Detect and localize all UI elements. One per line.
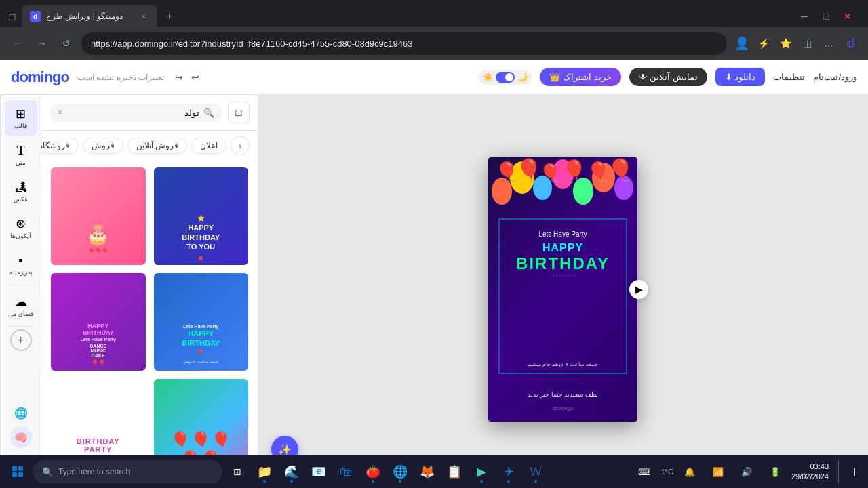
sidebar-tool-template[interactable]: ⊞ قالب bbox=[5, 100, 37, 136]
battery-icon[interactable]: 🔋 bbox=[763, 460, 787, 484]
canvas-party-text: Lets Have Party bbox=[488, 230, 637, 238]
extension-icon[interactable]: ⚡ bbox=[754, 34, 773, 53]
myspace-icon: ☁ bbox=[15, 294, 27, 309]
add-element-btn[interactable]: + bbox=[10, 329, 32, 351]
taskbar-outlook[interactable]: 📧 bbox=[307, 460, 331, 484]
undo-redo-group: ↩ ↪ bbox=[172, 69, 202, 85]
sidebar-tool-icons[interactable]: ⊛ آیکون‌ها bbox=[5, 210, 37, 245]
theme-toggle[interactable]: 🌙 ☀️ bbox=[479, 70, 532, 85]
app-running-indicator-word bbox=[534, 480, 537, 483]
taskbar-word[interactable]: W bbox=[524, 460, 548, 484]
icons-icon: ⊛ bbox=[16, 216, 26, 231]
minimize-btn[interactable]: ◻ bbox=[5, 7, 19, 26]
sidebar-tool-myspace[interactable]: ☁ فضای من bbox=[5, 288, 37, 323]
browser-actions: 👤 ⚡ ⭐ ◫ … 𝕕 bbox=[732, 34, 860, 53]
background-icon: ▪ bbox=[18, 253, 22, 268]
template-card-2[interactable]: ⭐ HAPPYBIRTHDAYTO YOU 🎈 👑 bbox=[153, 166, 250, 266]
taskbar-search-placeholder: Type here to search bbox=[58, 467, 130, 476]
filter-button[interactable]: ⊟ bbox=[228, 102, 250, 123]
taskbar-store[interactable]: 🛍 bbox=[334, 460, 358, 484]
tab-title-text: دومینگو | ویرایش طرح bbox=[46, 12, 133, 21]
app-logo: domingo bbox=[11, 68, 69, 86]
nav-bar: ← → ↺ https://app.domingo.ir/editor?indu… bbox=[0, 27, 868, 60]
icons-label: آیکون‌ها bbox=[10, 232, 31, 239]
taskbar-clock[interactable]: 03:43 29/02/2024 bbox=[791, 462, 834, 483]
task-view-btn[interactable]: ⊞ bbox=[225, 460, 250, 484]
keyboard-icon[interactable]: ⌨ bbox=[632, 460, 656, 484]
category-tab-store[interactable]: فروشگاه bbox=[41, 138, 79, 154]
toggle-knob[interactable] bbox=[496, 72, 515, 83]
online-show-button[interactable]: نمایش آنلاین 👁 bbox=[629, 68, 707, 86]
window-close-btn[interactable]: ✕ bbox=[838, 7, 857, 26]
category-tab-ads[interactable]: اعلان bbox=[191, 138, 226, 154]
address-bar[interactable]: https://app.domingo.ir/editor?industryId… bbox=[81, 32, 727, 55]
template-card-1[interactable]: 🎂 🎈🎈🎈 👑 bbox=[50, 166, 147, 266]
new-tab-btn[interactable]: + bbox=[160, 7, 179, 26]
settings-button[interactable]: تنظیمات bbox=[773, 72, 805, 82]
panel-toggle-arrow[interactable]: ▶ bbox=[629, 280, 648, 299]
back-btn[interactable]: ← bbox=[8, 34, 27, 53]
active-tab[interactable]: d دومینگو | ویرایش طرح × bbox=[22, 5, 157, 27]
browser-menu-btn[interactable]: … bbox=[819, 34, 838, 53]
start-button[interactable] bbox=[5, 460, 30, 484]
taskbar-edge-browser[interactable]: 🌊 bbox=[279, 460, 304, 484]
category-tab-sell[interactable]: فروش bbox=[83, 138, 123, 154]
save-notice: تغییرات ذخیره نشده است bbox=[77, 73, 164, 82]
canvas-subtitle: جمعه ساعت ۷ دوهم جام میشیم bbox=[488, 361, 637, 367]
login-button[interactable]: ورود/ثبت‌نام bbox=[813, 72, 857, 82]
undo-btn[interactable]: ↩ bbox=[189, 69, 202, 85]
redo-btn[interactable]: ↪ bbox=[172, 69, 186, 85]
taskbar-search-icon: 🔍 bbox=[42, 467, 53, 477]
notification-center-btn[interactable]: 🔔 bbox=[677, 460, 702, 484]
taskbar-pomodoro[interactable]: 🍅 bbox=[361, 460, 385, 484]
far-right-sidebar: ⊞ قالب T متن 🏞 عکس ⊛ آیکون‌ها ▪ پس‌زمینه… bbox=[0, 95, 41, 483]
app-running-indicator-chrome bbox=[399, 480, 401, 483]
taskbar: 🔍 Type here to search ⊞ 📁 🌊 📧 🛍 🍅 🌐 🦊 📋 … bbox=[0, 455, 868, 488]
ai-tool-btn[interactable]: 🧠 bbox=[10, 426, 32, 448]
taskbar-browser2[interactable]: 🦊 bbox=[415, 460, 439, 484]
category-tab-online-shop[interactable]: فروش آنلاین bbox=[127, 138, 187, 154]
translate-icon-btn[interactable]: 🌐 bbox=[10, 402, 32, 424]
show-desktop-btn[interactable]: ▕ bbox=[838, 460, 863, 484]
window-minimize-btn[interactable]: ─ bbox=[795, 7, 814, 26]
taskbar-trello[interactable]: 📋 bbox=[442, 460, 467, 484]
collections-icon[interactable]: ◫ bbox=[797, 34, 816, 53]
template-search-input[interactable] bbox=[66, 108, 199, 118]
clear-search-icon[interactable]: × bbox=[58, 108, 62, 117]
template-card-4[interactable]: Lets Have Party HAPPYBIRTHDAY 🎈 جمعه ساع… bbox=[153, 272, 250, 372]
sidebar-tool-image[interactable]: 🏞 عکس bbox=[5, 174, 37, 209]
refresh-btn[interactable]: ↺ bbox=[57, 34, 76, 53]
image-icon: 🏞 bbox=[15, 180, 27, 195]
windows-icon bbox=[12, 466, 23, 477]
canvas-happy-text: HAPPY bbox=[488, 242, 637, 254]
taskbar-file-explorer[interactable]: 📁 bbox=[252, 460, 277, 484]
template-panel-header: ⊟ 🔍 × bbox=[41, 95, 258, 131]
window-restore-btn[interactable]: □ bbox=[816, 7, 835, 26]
canvas-watermark: domingo bbox=[488, 405, 637, 411]
image-label: عکس bbox=[14, 196, 28, 203]
sidebar-divider-2 bbox=[9, 326, 33, 327]
sidebar-tool-background[interactable]: ▪ پس‌زمینه bbox=[5, 247, 37, 282]
favorites-icon[interactable]: ⭐ bbox=[776, 34, 795, 53]
forward-btn[interactable]: → bbox=[33, 34, 52, 53]
design-canvas[interactable]: 🎈 🎈 🎈 🎈 🎈 🎈 Lets Have Party HAPPY bbox=[488, 157, 637, 422]
taskbar-telegram[interactable]: ✈ bbox=[496, 460, 521, 484]
profile-icon[interactable]: 👤 bbox=[732, 34, 751, 53]
template-card-3[interactable]: HAPPYBIRTHDAY Lets Have Party DANCEMUSIC… bbox=[50, 272, 147, 372]
sidebar-tool-text[interactable]: T متن bbox=[5, 137, 37, 172]
category-prev-btn[interactable]: ‹ bbox=[231, 136, 250, 155]
volume-icon[interactable]: 🔊 bbox=[734, 460, 759, 484]
search-box: 🔍 × bbox=[50, 104, 222, 122]
taskbar-terminal[interactable]: ▶ bbox=[469, 460, 494, 484]
download-button[interactable]: دانلود ⬇ bbox=[715, 68, 766, 86]
canvas-confetti: · · · · · · · · · bbox=[488, 272, 637, 279]
text-label: متن bbox=[16, 159, 26, 166]
network-icon[interactable]: 📶 bbox=[706, 460, 730, 484]
sidebar-toggle-btn[interactable]: 𝕕 bbox=[841, 34, 860, 53]
tab-close-btn[interactable]: × bbox=[138, 11, 149, 22]
taskbar-search-bar[interactable]: 🔍 Type here to search bbox=[33, 460, 222, 483]
templates-grid: 🎂 🎈🎈🎈 👑 ⭐ HAPPYBIRTHDAYTO YOU 🎈 bbox=[41, 161, 258, 483]
template-icon: ⊞ bbox=[16, 106, 26, 121]
taskbar-chrome[interactable]: 🌐 bbox=[388, 460, 412, 484]
buy-subscription-button[interactable]: خرید اشتراک 👑 bbox=[540, 68, 620, 86]
